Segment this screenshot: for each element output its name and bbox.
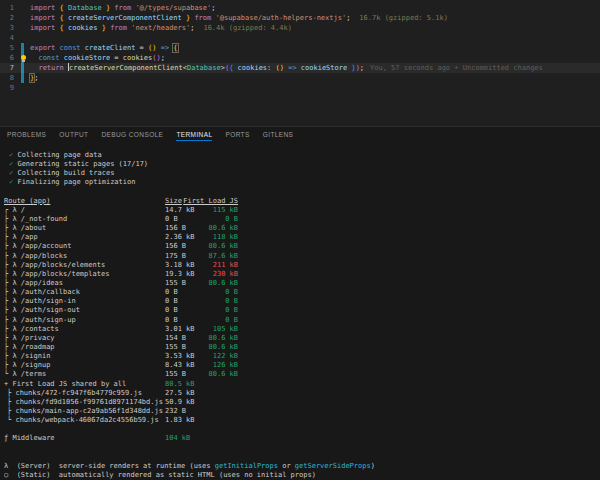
route-row: ├ λ /app/blocks/templates19.3 kB230 kB: [4, 270, 600, 279]
route-row: ├ λ /_not-found0 B0 B: [4, 215, 600, 224]
route-row: ├ λ /app/account156 B80.6 kB: [4, 242, 600, 251]
first-load-column-header: First Load JS: [174, 197, 238, 206]
route-row: ├ λ /app2.36 kB118 kB: [4, 233, 600, 242]
route-path: ┌ λ /: [4, 206, 25, 214]
route-first-load: 0 B: [174, 297, 238, 306]
code-token: createClient: [85, 44, 136, 52]
middleware-size: 104 kB: [165, 434, 190, 443]
build-step-text: Finalizing page optimization: [17, 178, 135, 186]
code-token: cookies: [238, 64, 268, 72]
code-token: =: [135, 44, 148, 52]
tab-terminal[interactable]: TERMINAL: [176, 127, 212, 142]
code-line: 3import { cookies } from 'next/headers';…: [0, 23, 600, 33]
route-row: └ λ /terms155 B80.6 kB: [4, 370, 600, 379]
route-first-load: 0 B: [174, 215, 238, 224]
code-token: ;: [161, 54, 165, 62]
chunk-row: └ chunks/webpack-46067da2c4556b59.js1.83…: [4, 416, 600, 425]
code-token: '@supabase/auth-helpers-nextjs': [215, 14, 346, 22]
table-header-row: Route (app)SizeFirst Load JS: [4, 197, 600, 206]
code-editor[interactable]: 1import { Database } from '@/types/supab…: [0, 0, 600, 126]
route-path: ├ λ /auth/sign-in: [4, 297, 76, 305]
line-number: 6: [0, 53, 14, 63]
route-path: ├ λ /about: [4, 224, 46, 232]
code-token: =>: [288, 64, 296, 72]
tab-output[interactable]: OUTPUT: [59, 127, 88, 142]
code-line: 2import { createServerComponentClient } …: [0, 13, 600, 23]
build-step-line: ✓ Collecting page data: [4, 151, 600, 160]
code-text: const cookieStore = cookies();: [30, 53, 165, 63]
code-token: '@/types/supabase': [135, 4, 211, 12]
route-first-load: 211 kB: [174, 261, 238, 270]
route-column-header: Route (app): [4, 197, 50, 205]
route-row: ├ λ /app/ideas155 B80.6 kB: [4, 279, 600, 288]
code-token: createServerComponentClient: [68, 14, 182, 22]
route-row: ├ λ /about156 B80.6 kB: [4, 224, 600, 233]
chunk-name: └ chunks/webpack-46067da2c4556b59.js: [7, 416, 159, 424]
code-token: Database: [68, 4, 102, 12]
line-number: 2: [0, 13, 14, 23]
tab-debug-console[interactable]: DEBUG CONSOLE: [101, 127, 163, 142]
route-row: ├ λ /auth/sign-in0 B0 B: [4, 297, 600, 306]
code-line: 5export const createClient = () => {: [0, 43, 600, 53]
chunk-size: 232 B: [165, 407, 186, 416]
code-line: 6 const cookieStore = cookies();: [0, 53, 600, 63]
code-token: {: [173, 44, 177, 52]
line-number: 4: [0, 33, 14, 43]
tab-ports[interactable]: PORTS: [225, 127, 249, 142]
middleware-label: ƒ Middleware: [4, 434, 55, 442]
line-number: 9: [0, 83, 14, 93]
route-path: ├ λ /signin: [4, 352, 50, 360]
route-first-load: 118 kB: [174, 233, 238, 242]
chunk-row: ├ chunks/main-app-c2a9ab56f1d348dd.js232…: [4, 407, 600, 416]
build-step-line: ✓ Finalizing page optimization: [4, 178, 600, 187]
code-token: import: [30, 24, 55, 32]
route-path: ├ λ /signup: [4, 361, 50, 369]
code-token: createServerComponentClient: [69, 64, 183, 72]
code-text: return createServerComponentClient<Datab…: [30, 63, 364, 73]
route-first-load: 115 kB: [174, 206, 238, 215]
code-lines: 1import { Database } from '@/types/supab…: [0, 3, 600, 93]
shared-js-label: + First Load JS shared by all: [4, 380, 126, 388]
chunk-row: ├ chunks/fd9d1056-f99761d8971174bd.js50.…: [4, 398, 600, 407]
code-token: from: [110, 24, 127, 32]
route-first-load: 80.6 kB: [174, 279, 238, 288]
route-path: ├ λ /app/blocks: [4, 252, 67, 260]
tab-problems[interactable]: PROBLEMS: [7, 127, 46, 142]
panel-tab-bar: PROBLEMSOUTPUTDEBUG CONSOLETERMINALPORTS…: [0, 127, 600, 142]
route-first-load: 105 kB: [174, 325, 238, 334]
tab-gitlens[interactable]: GITLENS: [263, 127, 294, 142]
route-first-load: 80.6 kB: [174, 242, 238, 251]
route-path: ├ λ /app/blocks/elements: [4, 261, 105, 269]
code-token: from: [114, 4, 131, 12]
quick-fix-lightbulb-icon[interactable]: [21, 55, 26, 60]
code-token: Database: [187, 64, 221, 72]
route-path: ├ λ /contacts: [4, 325, 59, 333]
legend-text: or: [278, 462, 295, 470]
code-text: export const createClient = () => {: [30, 43, 178, 53]
code-line: 8};: [0, 73, 600, 83]
code-token: export: [30, 44, 55, 52]
code-token: ;: [211, 4, 215, 12]
terminal-blank-line: [4, 188, 600, 197]
legend-symbol: λ (Server): [4, 462, 59, 470]
legend-text: getInitialProps: [215, 462, 278, 470]
route-path: ├ λ /auth/sign-up: [4, 316, 76, 324]
line-number: 7: [0, 63, 14, 73]
code-token: cookieStore: [301, 64, 347, 72]
code-token: import: [30, 14, 55, 22]
route-row: ├ λ /auth/callback0 B0 B: [4, 288, 600, 297]
code-token: from: [194, 14, 211, 22]
legend-line: λ (Server) server-side renders at runtim…: [4, 462, 600, 471]
import-cost-hint: 16.4k (gzipped: 4.4k): [203, 24, 292, 32]
legend-text: server-side renders at runtime (uses: [59, 462, 215, 470]
code-token: const: [38, 54, 59, 62]
legend-text: getServerSideProps: [295, 462, 371, 470]
middleware-row: ƒ Middleware104 kB: [4, 434, 600, 443]
terminal-output[interactable]: ✓ Collecting page data✓ Generating stati…: [4, 151, 600, 480]
route-first-load: 80.6 kB: [174, 370, 238, 379]
route-path: ├ λ /_not-found: [4, 215, 67, 223]
code-line: 4: [0, 33, 600, 43]
route-row: ├ λ /contacts3.01 kB105 kB: [4, 325, 600, 334]
code-token: ;: [190, 24, 194, 32]
legend-text: ): [371, 462, 375, 470]
